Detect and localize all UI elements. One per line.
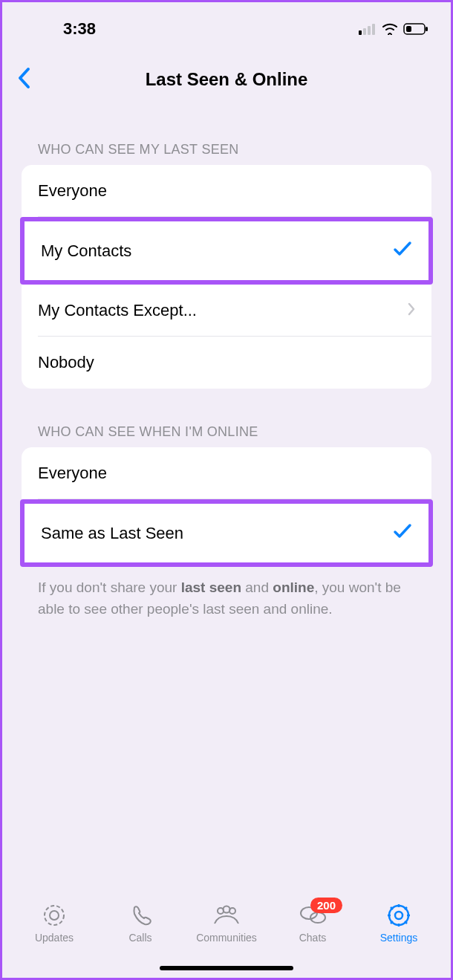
option-group-last-seen: Everyone My Contacts My Contacts Except.… <box>22 165 431 389</box>
wifi-icon <box>382 23 398 35</box>
phone-icon <box>128 902 153 929</box>
section-header-online: WHO CAN SEE WHEN I'M ONLINE <box>2 389 451 447</box>
tab-chats[interactable]: 200 Chats <box>270 902 356 944</box>
option-everyone[interactable]: Everyone <box>22 165 431 217</box>
option-label: My Contacts Except... <box>38 301 197 320</box>
footer-bold: online <box>273 580 314 595</box>
option-group-online: Everyone Same as Last Seen <box>22 447 431 567</box>
svg-point-7 <box>45 906 64 925</box>
status-icons <box>359 23 428 35</box>
footer-text-part: If you don't share your <box>38 580 181 595</box>
svg-rect-6 <box>426 27 428 31</box>
tab-label: Calls <box>128 932 151 944</box>
tab-label: Chats <box>299 932 327 944</box>
tab-updates[interactable]: Updates <box>11 902 97 944</box>
svg-rect-1 <box>363 28 366 35</box>
option-label: Nobody <box>38 353 94 372</box>
footer-note: If you don't share your last seen and on… <box>2 567 451 630</box>
svg-rect-2 <box>368 26 371 35</box>
footer-bold: last seen <box>181 580 241 595</box>
svg-point-13 <box>310 912 325 923</box>
svg-point-8 <box>50 911 59 920</box>
footer-text-part: and <box>241 580 273 595</box>
tab-label: Updates <box>35 932 74 944</box>
tab-label: Communities <box>196 932 257 944</box>
chats-badge: 200 <box>310 898 342 913</box>
tab-communities[interactable]: Communities <box>183 902 270 944</box>
option-same-as-last-seen[interactable]: Same as Last Seen <box>26 504 427 562</box>
status-bar: 3:38 <box>2 2 451 47</box>
status-time: 3:38 <box>63 19 96 39</box>
home-indicator[interactable] <box>160 966 293 970</box>
option-my-contacts[interactable]: My Contacts <box>26 221 427 280</box>
page-title: Last Seen & Online <box>17 69 436 90</box>
option-online-everyone[interactable]: Everyone <box>22 447 431 499</box>
option-label: Everyone <box>38 181 107 201</box>
chevron-left-icon <box>17 67 30 89</box>
option-my-contacts-except[interactable]: My Contacts Except... <box>22 285 431 337</box>
signal-icon <box>359 23 377 35</box>
chevron-right-icon <box>408 301 415 320</box>
nav-header: Last Seen & Online <box>2 47 451 106</box>
gear-icon <box>386 902 411 929</box>
communities-icon <box>212 902 241 929</box>
svg-rect-3 <box>372 24 375 35</box>
checkmark-icon <box>393 239 412 262</box>
tab-calls[interactable]: Calls <box>97 902 183 944</box>
option-label: Same as Last Seen <box>41 524 183 543</box>
tab-label: Settings <box>380 932 418 944</box>
svg-point-11 <box>224 906 230 913</box>
option-label: My Contacts <box>41 241 131 261</box>
back-button[interactable] <box>13 62 35 97</box>
section-header-last-seen: WHO CAN SEE MY LAST SEEN <box>2 106 451 165</box>
tab-settings[interactable]: Settings <box>356 902 442 944</box>
svg-rect-5 <box>406 26 411 32</box>
highlight-same-as-last-seen: Same as Last Seen <box>20 499 433 567</box>
option-nobody[interactable]: Nobody <box>22 337 431 389</box>
highlight-my-contacts: My Contacts <box>20 217 433 285</box>
checkmark-icon <box>393 522 412 545</box>
svg-point-15 <box>395 912 403 919</box>
battery-icon <box>403 23 428 35</box>
option-label: Everyone <box>38 464 107 483</box>
updates-icon <box>42 902 67 929</box>
svg-rect-0 <box>359 30 362 35</box>
